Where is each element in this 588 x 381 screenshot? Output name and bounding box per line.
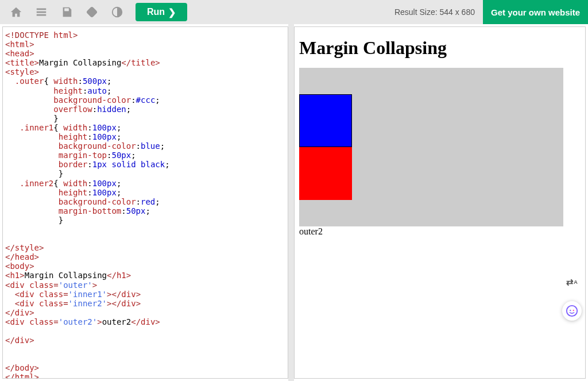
- code-line: [5, 225, 285, 234]
- code-line: }: [5, 114, 285, 123]
- code-line: <div class='inner1'></div>: [5, 290, 285, 299]
- run-label: Run: [147, 7, 165, 17]
- code-line: background-color:#ccc;: [5, 95, 285, 105]
- split-panes: <!DOCTYPE html><html><head><title>Margin…: [0, 24, 588, 381]
- code-line: [5, 345, 285, 354]
- code-line: }: [5, 169, 285, 178]
- code-line: .inner2{ width:100px;: [5, 179, 285, 188]
- code-line: [5, 326, 285, 336]
- result-heading: Margin Collapsing: [299, 37, 581, 59]
- code-line: <head>: [5, 49, 285, 58]
- code-line: </div>: [5, 336, 285, 345]
- svg-point-3: [567, 306, 577, 316]
- toolbar: Run ❯ Result Size: 544 x 680 Get your ow…: [0, 0, 588, 24]
- code-line: </style>: [5, 243, 285, 252]
- svg-rect-1: [87, 7, 97, 17]
- get-own-website-button[interactable]: Get your own website: [483, 0, 588, 24]
- chevron-right-icon: ❯: [168, 7, 176, 18]
- code-line: <div class='outer'>: [5, 280, 285, 290]
- translate-icon[interactable]: ⇄A: [562, 272, 582, 292]
- outer2-text: outer2: [299, 226, 581, 237]
- code-line: <html>: [5, 40, 285, 49]
- code-line: overflow:hidden;: [5, 105, 285, 114]
- outer-box: [299, 68, 563, 226]
- code-line: [5, 354, 285, 363]
- result-pane: Margin Collapsing outer2 ⇄A: [294, 26, 586, 379]
- code-editor[interactable]: <!DOCTYPE html><html><head><title>Margin…: [2, 26, 288, 379]
- code-line: </head>: [5, 252, 285, 261]
- code-line: </body>: [5, 363, 285, 372]
- code-line: [5, 234, 285, 243]
- menu-icon[interactable]: [30, 0, 53, 24]
- code-line: height:100px;: [5, 188, 285, 197]
- assistant-icon[interactable]: [562, 301, 582, 321]
- svg-rect-0: [64, 9, 68, 11]
- code-line: <body>: [5, 261, 285, 271]
- code-line: <title>Margin Collapsing</title>: [5, 58, 285, 67]
- code-line: .inner1{ width:100px;: [5, 123, 285, 132]
- code-line: }: [5, 215, 285, 225]
- code-line: border:1px solid black;: [5, 160, 285, 169]
- code-line: .outer{ width:500px;: [5, 76, 285, 86]
- theme-icon[interactable]: [106, 0, 129, 24]
- pane-splitter[interactable]: [288, 24, 294, 381]
- code-line: height:auto;: [5, 86, 285, 95]
- code-line: <h1>Margin Collapsing</h1>: [5, 271, 285, 280]
- code-line: <div class='inner2'></div>: [5, 299, 285, 308]
- save-icon[interactable]: [55, 0, 78, 24]
- code-line: margin-bottom:50px;: [5, 206, 285, 215]
- svg-point-5: [573, 310, 574, 311]
- rendered-output: Margin Collapsing outer2: [299, 37, 581, 237]
- run-button[interactable]: Run ❯: [136, 3, 187, 21]
- svg-point-4: [570, 310, 571, 311]
- result-size-label: Result Size: 544 x 680: [394, 7, 475, 17]
- code-line: </html>: [5, 372, 285, 379]
- home-icon[interactable]: [5, 0, 28, 24]
- code-line: <style>: [5, 67, 285, 76]
- code-line: background-color:red;: [5, 197, 285, 206]
- code-line: margin-top:50px;: [5, 151, 285, 160]
- code-line: <!DOCTYPE html>: [5, 30, 285, 40]
- rotate-icon[interactable]: [80, 0, 103, 24]
- inner1-box: [299, 94, 352, 147]
- code-line: </div>: [5, 308, 285, 317]
- code-line: background-color:blue;: [5, 141, 285, 151]
- code-line: <div class='outer2'>outer2</div>: [5, 317, 285, 326]
- code-line: height:100px;: [5, 132, 285, 141]
- inner2-box: [299, 147, 352, 200]
